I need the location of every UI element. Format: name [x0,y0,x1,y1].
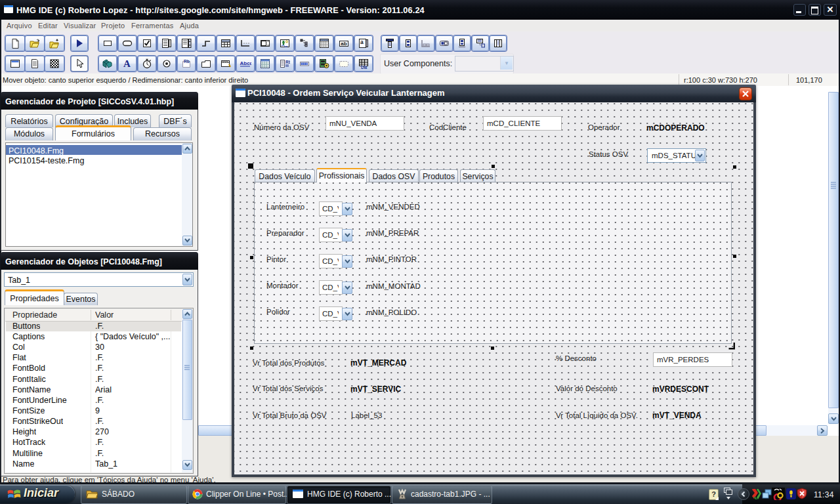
svg-text:A: A [123,58,131,69]
svg-text:DB: DB [361,65,368,70]
svg-text:a: a [360,39,364,45]
svg-text:ab: ab [341,41,346,47]
svg-text:Abcd: Abcd [240,60,252,66]
svg-text:Rb: Rb [184,59,190,64]
svg-text:Rb: Rb [285,60,290,64]
